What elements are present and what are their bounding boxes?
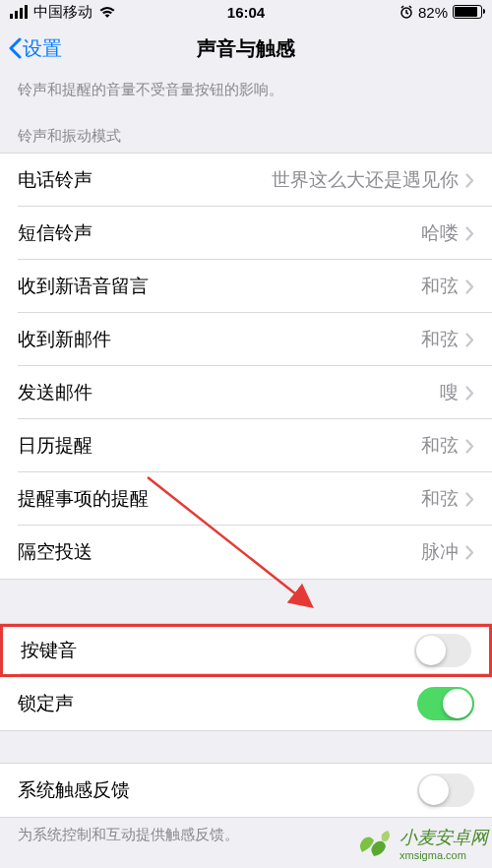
row-sent-mail[interactable]: 发送邮件 嗖 bbox=[0, 366, 492, 419]
ringtone-group: 电话铃声 世界这么大还是遇见你 短信铃声 哈喽 收到新语音留言 和弦 收到新邮件… bbox=[0, 153, 492, 580]
row-voicemail[interactable]: 收到新语音留言 和弦 bbox=[0, 260, 492, 313]
row-label: 发送邮件 bbox=[18, 380, 92, 405]
row-calendar[interactable]: 日历提醒 和弦 bbox=[0, 419, 492, 472]
volume-hint: 铃声和提醒的音量不受音量按钮的影响。 bbox=[0, 73, 492, 105]
watermark-text: 小麦安卓网 bbox=[400, 826, 488, 849]
row-label: 按键音 bbox=[21, 638, 77, 663]
chevron-right-icon bbox=[465, 226, 474, 241]
row-value: 哈喽 bbox=[421, 220, 459, 246]
chevron-right-icon bbox=[465, 333, 474, 347]
chevron-right-icon bbox=[465, 545, 474, 560]
chevron-right-icon bbox=[465, 386, 474, 401]
row-value: 脉冲 bbox=[421, 539, 459, 565]
row-label: 锁定声 bbox=[18, 691, 74, 716]
system-haptics-toggle[interactable] bbox=[417, 774, 474, 807]
haptics-group: 系统触感反馈 bbox=[0, 763, 492, 818]
watermark: 小麦安卓网 xmsigma.com bbox=[352, 823, 488, 864]
row-airdrop[interactable]: 隔空投送 脉冲 bbox=[0, 526, 492, 579]
lock-sound-toggle[interactable] bbox=[417, 687, 474, 720]
row-reminder[interactable]: 提醒事项的提醒 和弦 bbox=[0, 472, 492, 526]
row-label: 系统触感反馈 bbox=[18, 777, 130, 803]
chevron-right-icon bbox=[465, 492, 474, 507]
section-ringtone-header: 铃声和振动模式 bbox=[0, 105, 492, 153]
watermark-url: xmsigma.com bbox=[400, 849, 488, 861]
row-value: 嗖 bbox=[440, 380, 459, 405]
nav-bar: 设置 声音与触感 bbox=[0, 24, 492, 73]
row-new-mail[interactable]: 收到新邮件 和弦 bbox=[0, 313, 492, 366]
chevron-right-icon bbox=[465, 439, 474, 454]
carrier-label: 中国移动 bbox=[33, 3, 92, 22]
row-value: 和弦 bbox=[421, 433, 459, 459]
row-ringtone[interactable]: 电话铃声 世界这么大还是遇见你 bbox=[0, 154, 492, 207]
watermark-logo-icon bbox=[352, 823, 394, 864]
wifi-icon bbox=[98, 6, 116, 19]
back-button[interactable]: 设置 bbox=[8, 35, 62, 62]
row-keyboard-clicks: 按键音 bbox=[0, 624, 492, 677]
row-label: 隔空投送 bbox=[18, 539, 92, 565]
row-value: 和弦 bbox=[421, 327, 459, 352]
battery-percent: 82% bbox=[418, 4, 448, 21]
page-title: 声音与触感 bbox=[197, 35, 295, 62]
row-value: 和弦 bbox=[421, 486, 459, 512]
keyboard-clicks-toggle[interactable] bbox=[414, 634, 471, 667]
back-label: 设置 bbox=[23, 35, 62, 62]
chevron-left-icon bbox=[8, 37, 23, 59]
chevron-right-icon bbox=[465, 279, 474, 294]
row-system-haptics: 系统触感反馈 bbox=[0, 764, 492, 817]
row-text-tone[interactable]: 短信铃声 哈喽 bbox=[0, 207, 492, 260]
row-label: 收到新语音留言 bbox=[18, 274, 149, 299]
row-label: 短信铃声 bbox=[18, 220, 92, 246]
status-bar: 中国移动 16:04 82% bbox=[0, 0, 492, 24]
battery-icon bbox=[453, 5, 482, 19]
sound-toggles-group: 按键音 锁定声 bbox=[0, 623, 492, 731]
row-label: 提醒事项的提醒 bbox=[18, 486, 149, 512]
row-label: 收到新邮件 bbox=[18, 327, 111, 352]
row-lock-sound: 锁定声 bbox=[0, 677, 492, 730]
row-label: 电话铃声 bbox=[18, 167, 92, 193]
signal-icon bbox=[10, 5, 28, 19]
clock: 16:04 bbox=[227, 4, 265, 21]
chevron-right-icon bbox=[465, 173, 474, 188]
row-value: 世界这么大还是遇见你 bbox=[272, 167, 459, 193]
alarm-icon bbox=[400, 5, 413, 19]
row-value: 和弦 bbox=[421, 274, 459, 299]
row-label: 日历提醒 bbox=[18, 433, 92, 459]
